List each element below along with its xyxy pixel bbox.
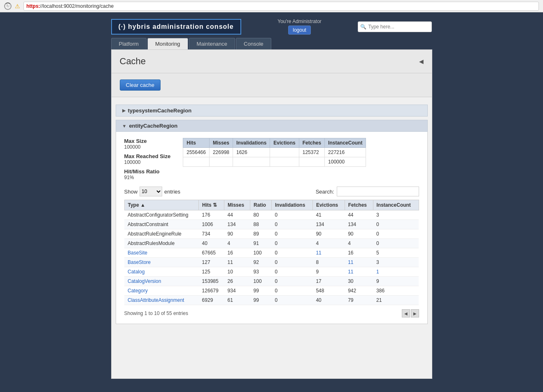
entries-select[interactable]: 10 25 50 100: [140, 187, 162, 196]
cell-evictions: 17: [312, 277, 345, 286]
hit-miss-value: 91%: [124, 175, 171, 180]
pagination-footer: Showing 1 to 10 of 55 entries ◀ ▶: [124, 309, 419, 317]
cell-misses: 16: [224, 248, 250, 258]
table-row: AbstractRuleEngineRule 734 90 89 0 90 90…: [124, 229, 419, 239]
col-invalidations[interactable]: Invalidations: [272, 200, 313, 210]
pagination-info: Showing 1 to 10 of 55 entries: [124, 310, 188, 316]
typesystem-region: ▶ typesystemCacheRegion: [116, 105, 428, 117]
col-type[interactable]: Type ▲: [124, 200, 199, 210]
stats-col-instancecount: InstanceCount: [325, 138, 366, 148]
stats-val-evictions2: [270, 157, 299, 167]
cell-invalidations: 0: [272, 220, 313, 229]
collapse-icon[interactable]: ◀: [419, 58, 424, 65]
cache-regions: ▶ typesystemCacheRegion ▼ entityCacheReg…: [112, 97, 432, 331]
table-row: AbstractRulesModule 40 4 91 0 4 4 0: [124, 239, 419, 248]
cell-type: AbstractRuleEngineRule: [124, 229, 199, 239]
cell-misses: 4: [224, 239, 250, 248]
cell-type-link[interactable]: CatalogVersion: [124, 277, 199, 286]
hit-miss-label: Hit/Miss Ratio: [124, 168, 171, 175]
col-hits[interactable]: Hits ⇅: [199, 200, 224, 210]
browser-bar: ↻ ⚠ https://localhost:9002/monitoring/ca…: [0, 0, 543, 12]
stats-val-misses2: [209, 157, 233, 167]
cell-hits: 125: [199, 267, 224, 277]
hit-miss-block: Hit/Miss Ratio 91%: [124, 168, 171, 180]
cell-instance: 9: [373, 277, 419, 286]
page-header: Cache ◀: [112, 50, 432, 73]
tab-maintenance[interactable]: Maintenance: [189, 38, 235, 49]
right-stats: Hits Misses Invalidations Evictions Fetc…: [183, 138, 366, 180]
stats-val-hits: 2556466: [183, 148, 210, 157]
table-row: AbstractConfiguratorSetting 176 44 80 0 …: [124, 210, 419, 220]
cell-fetches: 16: [345, 248, 373, 258]
cell-evictions: 4: [312, 239, 345, 248]
col-instancecount[interactable]: InstanceCount: [373, 200, 419, 210]
col-ratio[interactable]: Ratio: [250, 200, 272, 210]
search-label: Search:: [316, 189, 334, 195]
data-table: Type ▲ Hits ⇅ Misses Ratio Invalidations…: [124, 200, 419, 305]
stats-col-hits: Hits: [183, 138, 210, 148]
show-entries-control: Show 10 25 50 100 entries: [124, 187, 181, 196]
col-fetches[interactable]: Fetches: [345, 200, 373, 210]
cell-invalidations: 0: [272, 286, 313, 296]
stats-col-misses: Misses: [209, 138, 233, 148]
stats-val-misses: 226998: [209, 148, 233, 157]
stats-val-evictions: [270, 148, 299, 157]
cell-type: AbstractRulesModule: [124, 239, 199, 248]
prev-page-button[interactable]: ◀: [402, 309, 410, 317]
cell-misses: 934: [224, 286, 250, 296]
table-row: ClassAttributeAssignment 6929 61 99 0 40…: [124, 296, 419, 305]
max-reached-value: 100000: [124, 159, 171, 165]
cell-hits: 40: [199, 239, 224, 248]
tab-console[interactable]: Console: [236, 38, 271, 49]
stats-val-instancecount2: 227216: [325, 148, 366, 157]
cell-type-link[interactable]: BaseStore: [124, 258, 199, 267]
cell-type-link[interactable]: BaseSite: [124, 248, 199, 258]
nav-tabs-inner: Platform Monitoring Maintenance Console: [111, 38, 432, 49]
tab-monitoring[interactable]: Monitoring: [147, 38, 188, 49]
global-search-input[interactable]: [358, 21, 432, 32]
cell-type-link[interactable]: Category: [124, 286, 199, 296]
url-bar[interactable]: https://localhost:9002/monitoring/cache: [23, 2, 539, 11]
user-area: You're Administrator logout: [277, 19, 322, 35]
table-row: Category 126679 934 99 0 548 942 386: [124, 286, 419, 296]
max-size-block: Max Size 100000: [124, 138, 171, 150]
table-search-input[interactable]: [337, 187, 419, 196]
col-misses[interactable]: Misses: [224, 200, 250, 210]
cell-type-link[interactable]: Catalog: [124, 267, 199, 277]
max-size-label: Max Size: [124, 138, 171, 144]
search-wrapper: 🔍: [358, 21, 432, 32]
typesystem-region-header[interactable]: ▶ typesystemCacheRegion: [116, 105, 428, 117]
tab-platform[interactable]: Platform: [111, 38, 147, 49]
cell-type-link[interactable]: ClassAttributeAssignment: [124, 296, 199, 305]
cell-ratio: 88: [250, 220, 272, 229]
cell-evictions: 9: [312, 267, 345, 277]
clear-cache-button[interactable]: Clear cache: [120, 79, 161, 91]
cell-misses: 10: [224, 267, 250, 277]
next-page-button[interactable]: ▶: [411, 309, 419, 317]
table-row: CatalogVersion 153985 26 100 0 17 30 9: [124, 277, 419, 286]
cell-ratio: 99: [250, 286, 272, 296]
cell-ratio: 99: [250, 296, 272, 305]
cell-ratio: 100: [250, 277, 272, 286]
cell-evictions: 548: [312, 286, 345, 296]
warning-icon: ⚠: [15, 3, 20, 9]
cell-invalidations: 0: [272, 210, 313, 220]
sort-icon-hits: ⇅: [213, 202, 217, 208]
cell-instance: 386: [373, 286, 419, 296]
left-stats: Max Size 100000 Max Reached Size 100000 …: [124, 138, 171, 180]
logout-button[interactable]: logout: [288, 26, 311, 35]
cell-fetches: 44: [345, 210, 373, 220]
stats-section: Max Size 100000 Max Reached Size 100000 …: [124, 138, 419, 180]
cell-invalidations: 0: [272, 296, 313, 305]
entity-region-header[interactable]: ▼ entityCacheRegion: [116, 120, 428, 132]
stats-val-hits2: [183, 157, 210, 167]
cell-hits: 6929: [199, 296, 224, 305]
col-evictions[interactable]: Evictions: [312, 200, 345, 210]
top-nav: (·) hybris administration console You're…: [0, 12, 543, 35]
table-row: AbstractConstraint 1006 134 88 0 134 134…: [124, 220, 419, 229]
entity-region-body: Max Size 100000 Max Reached Size 100000 …: [116, 132, 428, 324]
cell-evictions: 134: [312, 220, 345, 229]
show-label: Show: [124, 189, 138, 195]
entity-region-title: entityCacheRegion: [129, 123, 177, 129]
cell-instance: 0: [373, 220, 419, 229]
